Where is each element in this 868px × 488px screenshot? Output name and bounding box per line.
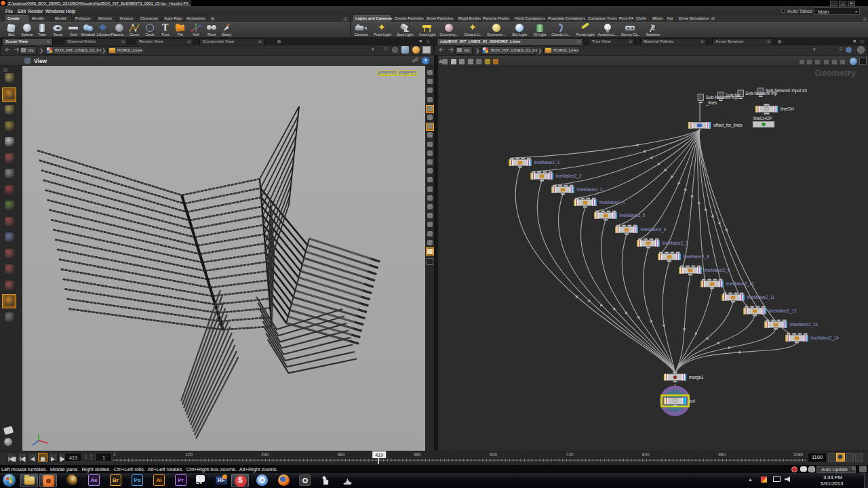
svg-text:lineMaker2_8: lineMaker2_8 bbox=[684, 254, 709, 260]
svg-text:lineCHOP: lineCHOP bbox=[753, 116, 772, 121]
svg-text:419: 419 bbox=[375, 453, 383, 458]
svg-text:960: 960 bbox=[718, 452, 726, 457]
svg-text:lineMaker2_10: lineMaker2_10 bbox=[726, 281, 755, 287]
svg-text:600: 600 bbox=[490, 452, 497, 457]
svg-text:Sub-Network Input #4: Sub-Network Input #4 bbox=[766, 88, 807, 94]
svg-text:1080: 1080 bbox=[793, 452, 804, 457]
svg-text:lineMaker2_3: lineMaker2_3 bbox=[577, 187, 603, 192]
svg-text:lineMaker2_11: lineMaker2_11 bbox=[747, 295, 775, 300]
svg-text:720: 720 bbox=[566, 452, 574, 457]
svg-text:lineMaker2_4: lineMaker2_4 bbox=[599, 200, 625, 205]
svg-text:240: 240 bbox=[261, 452, 269, 457]
svg-text:lineMaker2_6: lineMaker2_6 bbox=[641, 227, 667, 232]
svg-text:lineMaker2_2: lineMaker2_2 bbox=[556, 174, 582, 179]
svg-text:lineMaker2_13: lineMaker2_13 bbox=[790, 322, 818, 327]
svg-text:lineMaker2_12: lineMaker2_12 bbox=[769, 308, 797, 314]
svg-text:1: 1 bbox=[113, 452, 116, 457]
svg-text:Geometry: Geometry bbox=[814, 68, 856, 78]
svg-text:out: out bbox=[689, 399, 695, 403]
svg-text:120: 120 bbox=[185, 452, 193, 457]
svg-text:360: 360 bbox=[338, 452, 345, 457]
svg-text:Sub-Ne: Sub-Ne bbox=[726, 93, 741, 98]
svg-text:lineMaker2_5: lineMaker2_5 bbox=[620, 213, 646, 218]
svg-text:_lines: _lines bbox=[705, 100, 717, 106]
svg-text:lineMaker2_9: lineMaker2_9 bbox=[705, 268, 730, 273]
svg-text:offset_for_lines: offset_for_lines bbox=[713, 123, 743, 128]
svg-text:lineMaker2_7: lineMaker2_7 bbox=[663, 241, 688, 246]
svg-text:lineMaker2_14: lineMaker2_14 bbox=[811, 336, 840, 341]
svg-text:840: 840 bbox=[642, 452, 650, 457]
svg-text:lineMaker2_1: lineMaker2_1 bbox=[534, 160, 560, 165]
svg-text:480: 480 bbox=[414, 452, 421, 457]
svg-text:lineCtrl: lineCtrl bbox=[781, 106, 794, 111]
svg-text:merge1: merge1 bbox=[689, 375, 704, 380]
